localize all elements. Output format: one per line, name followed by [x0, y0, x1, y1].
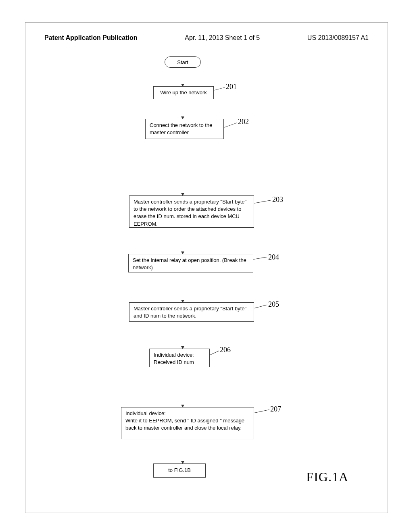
ref-label-201: 201	[226, 83, 237, 91]
ref-label-206: 206	[220, 346, 231, 354]
step-207-box: Individual device: Write it to EEPROM, s…	[121, 407, 254, 439]
continue-text: to FIG.1B	[168, 467, 191, 474]
ref-label-202: 202	[238, 118, 249, 126]
step-201-box: Wire up the network	[153, 86, 214, 99]
ref-label-204: 204	[268, 253, 279, 262]
connector	[183, 96, 183, 119]
step-204-box: Set the internal relay at open position.…	[128, 254, 253, 272]
leader-line	[254, 409, 269, 413]
connector	[183, 439, 183, 463]
step-205-text: Master controller sends a proprietary "S…	[133, 305, 246, 319]
step-202-text: Connect the network to the master contro…	[150, 122, 212, 135]
step-207-text: Individual device: Write it to EEPROM, s…	[125, 410, 244, 431]
connector	[183, 272, 183, 302]
leader-line	[214, 87, 225, 90]
step-205-box: Master controller sends a proprietary "S…	[129, 302, 254, 322]
leader-line	[254, 200, 271, 203]
step-203-text: Master controller sends a proprietary "S…	[133, 199, 246, 227]
step-206-text: Individual device: Received ID num	[154, 352, 194, 365]
step-201-text: Wire up the network	[160, 89, 207, 96]
connector	[183, 367, 183, 407]
continue-box: to FIG.1B	[153, 463, 206, 478]
header-patent-number: US 2013/0089157 A1	[307, 34, 369, 42]
leader-line	[210, 351, 219, 355]
leader-line	[253, 257, 267, 260]
step-203-box: Master controller sends a proprietary "S…	[129, 195, 254, 228]
start-node: Start	[165, 56, 201, 68]
ref-label-203: 203	[272, 195, 283, 204]
header-publication: Patent Application Publication	[44, 34, 138, 42]
step-204-text: Set the internal relay at open position.…	[133, 257, 246, 270]
start-label: Start	[177, 59, 188, 65]
header-date-sheet: Apr. 11, 2013 Sheet 1 of 5	[185, 34, 260, 42]
connector	[183, 322, 183, 349]
step-202-box: Connect the network to the master contro…	[145, 119, 224, 139]
connector	[183, 139, 183, 195]
ref-label-205: 205	[268, 300, 279, 309]
connector	[183, 228, 183, 254]
step-206-box: Individual device: Received ID num	[149, 349, 210, 367]
figure-label: FIG.1A	[306, 470, 348, 484]
flowchart-container: Start Wire up the network 201 Connect th…	[0, 56, 413, 500]
page-header: Patent Application Publication Apr. 11, …	[0, 34, 413, 42]
leader-line	[254, 305, 267, 309]
leader-line	[224, 123, 237, 127]
ref-label-207: 207	[270, 405, 281, 414]
